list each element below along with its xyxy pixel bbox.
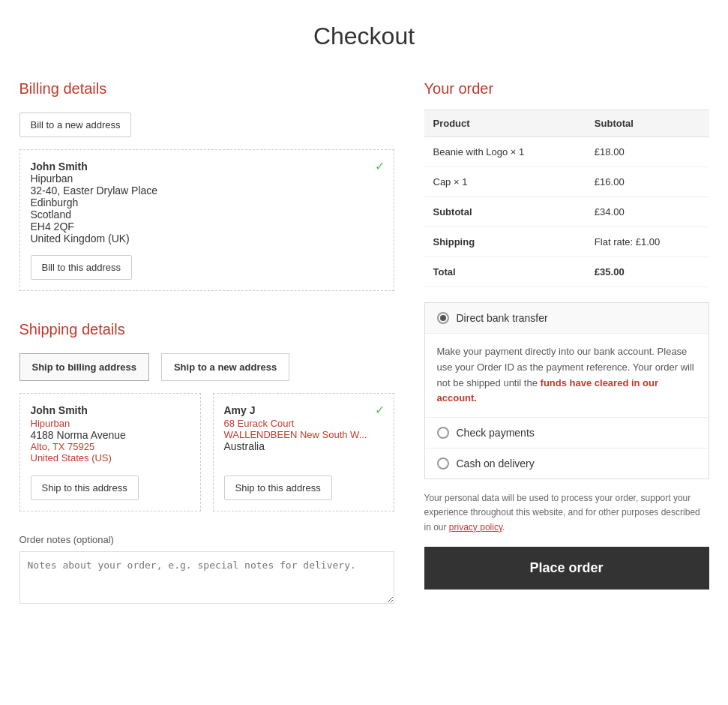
shipping-country-1: Australia <box>224 440 383 452</box>
shipping-address-card-1: ✓ Amy J 68 Eurack Court WALLENDBEEN New … <box>213 393 394 512</box>
order-subtotal-row: Subtotal £34.00 <box>424 197 709 227</box>
shipping-company-0: Hipurban <box>31 418 190 429</box>
billing-country: United Kingdom (UK) <box>31 232 383 244</box>
radio-direct-bank <box>437 312 449 324</box>
checkmark-icon: ✓ <box>375 159 385 173</box>
order-item-1: Cap × 1 £16.00 <box>424 167 709 197</box>
place-order-button[interactable]: Place order <box>424 547 709 590</box>
ship-to-address-button-0[interactable]: Ship to this address <box>31 476 139 500</box>
payment-option-cod[interactable]: Cash on delivery <box>425 448 709 478</box>
payment-label-cod: Cash on delivery <box>457 458 535 470</box>
left-column: Billing details Bill to a new address ✓ … <box>19 80 394 628</box>
subtotal-value: £34.00 <box>586 197 709 227</box>
shipping-title: Shipping details <box>19 321 394 338</box>
bill-to-new-address-button[interactable]: Bill to a new address <box>19 112 132 137</box>
payment-section: Direct bank transfer Make your payment d… <box>424 302 709 479</box>
order-table: Product Subtotal Beanie with Logo × 1 £1… <box>424 110 709 287</box>
shipping-value: Flat rate: £1.00 <box>586 227 709 257</box>
shipping-street-0: 4188 Norma Avenue <box>31 429 190 441</box>
shipping-address-cards: John Smith Hipurban 4188 Norma Avenue Al… <box>19 393 394 512</box>
privacy-notice: Your personal data will be used to proce… <box>424 491 709 535</box>
order-item-0: Beanie with Logo × 1 £18.00 <box>424 137 709 167</box>
billing-section: Billing details Bill to a new address ✓ … <box>19 80 394 291</box>
order-notes-section: Order notes (optional) <box>19 534 394 606</box>
billing-region: Scotland <box>31 208 383 220</box>
billing-name: John Smith <box>31 160 383 172</box>
shipping-city-1: WALLENDBEEN New South W... <box>224 429 383 440</box>
order-shipping-row: Shipping Flat rate: £1.00 <box>424 227 709 257</box>
shipping-label: Shipping <box>424 227 586 257</box>
col-subtotal: Subtotal <box>586 110 709 137</box>
order-notes-input[interactable] <box>19 551 394 604</box>
billing-city: Edinburgh <box>31 196 383 208</box>
shipping-country-0: United States (US) <box>31 452 190 464</box>
col-product: Product <box>424 110 586 137</box>
billing-address-card: ✓ John Smith Hipurban 32-40, Easter Dryl… <box>19 149 394 291</box>
shipping-name-0: John Smith <box>31 404 190 416</box>
bill-to-this-address-button[interactable]: Bill to this address <box>31 255 133 280</box>
payment-option-check[interactable]: Check payments <box>425 418 709 448</box>
order-notes-label: Order notes (optional) <box>19 534 394 545</box>
shipping-address-card-0: John Smith Hipurban 4188 Norma Avenue Al… <box>19 393 201 512</box>
payment-label-check: Check payments <box>457 427 535 439</box>
shipping-street-1: 68 Eurack Court <box>224 418 383 429</box>
billing-postcode: EH4 2QF <box>31 220 383 232</box>
order-total-row: Total £35.00 <box>424 257 709 287</box>
privacy-text-end: . <box>502 522 505 532</box>
billing-title: Billing details <box>19 80 394 98</box>
shipping-section: Shipping details Ship to billing address… <box>19 321 394 512</box>
subtotal-label: Subtotal <box>424 197 586 227</box>
ship-tab-group: Ship to billing address Ship to a new ad… <box>19 353 394 381</box>
item-product-1: Cap × 1 <box>424 167 586 197</box>
total-label: Total <box>424 257 586 287</box>
billing-company: Hipurban <box>31 172 383 184</box>
payment-label-direct-bank: Direct bank transfer <box>457 312 548 324</box>
payment-option-direct-bank[interactable]: Direct bank transfer <box>425 303 709 334</box>
shipping-name-1: Amy J <box>224 404 383 416</box>
privacy-policy-link[interactable]: privacy policy <box>449 522 502 532</box>
payment-description: Make your payment directly into our bank… <box>425 334 709 418</box>
radio-check <box>437 427 449 439</box>
ship-to-billing-tab[interactable]: Ship to billing address <box>19 353 149 381</box>
total-value: £35.00 <box>586 257 709 287</box>
ship-to-address-button-1[interactable]: Ship to this address <box>224 476 332 500</box>
ship-to-new-tab[interactable]: Ship to a new address <box>161 353 289 381</box>
page-title: Checkout <box>0 0 728 80</box>
radio-cod <box>437 458 449 470</box>
item-subtotal-1: £16.00 <box>586 167 709 197</box>
item-product-0: Beanie with Logo × 1 <box>424 137 586 167</box>
checkmark-icon-1: ✓ <box>375 403 385 417</box>
right-column: Your order Product Subtotal Beanie with … <box>424 80 709 628</box>
highlight-text: funds have cleared in our account. <box>437 377 659 404</box>
billing-street: 32-40, Easter Drylaw Place <box>31 184 383 196</box>
your-order-title: Your order <box>424 80 709 98</box>
item-subtotal-0: £18.00 <box>586 137 709 167</box>
shipping-city-0: Alto, TX 75925 <box>31 441 190 452</box>
